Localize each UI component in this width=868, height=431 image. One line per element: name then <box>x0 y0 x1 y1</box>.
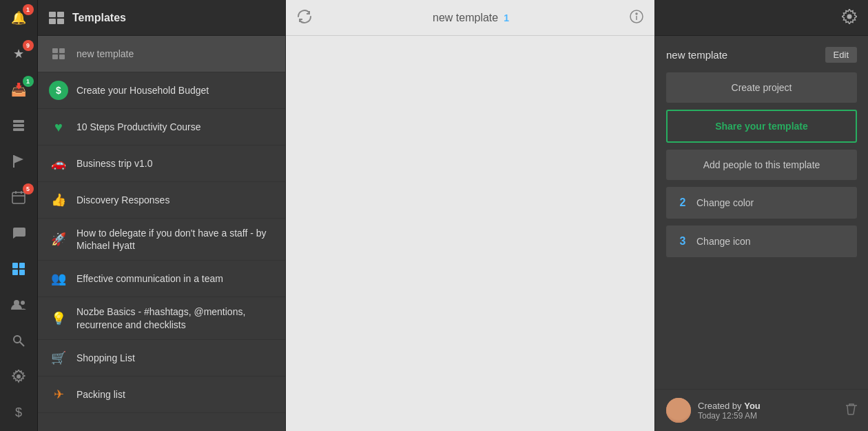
main-body <box>286 36 654 431</box>
svg-rect-1 <box>13 124 24 127</box>
change-icon-label: Change icon <box>696 236 751 247</box>
svg-rect-2 <box>13 128 24 131</box>
list-item[interactable]: ♥ 10 Steps Productivity Course <box>38 109 285 146</box>
template-item-icon: ♥ <box>49 117 68 137</box>
template-item-name: Create your Household Budget <box>76 84 209 97</box>
layers-icon[interactable] <box>0 108 38 143</box>
avatar-face <box>666 398 691 423</box>
main-title-area: new template 1 <box>433 12 509 24</box>
sync-icon[interactable] <box>297 10 312 26</box>
search-icon[interactable] <box>0 323 38 359</box>
created-by-label: Created by You <box>698 401 846 411</box>
main-page-title: new template <box>433 12 498 24</box>
svg-rect-11 <box>19 270 25 275</box>
svg-rect-24 <box>59 54 65 59</box>
svg-rect-20 <box>57 19 64 24</box>
billing-icon[interactable]: $ <box>0 394 38 430</box>
template-item-icon: 👍 <box>49 190 68 210</box>
chat-icon[interactable] <box>0 215 38 251</box>
notification-icon[interactable]: 🔔 1 <box>0 0 38 36</box>
template-item-name: new template <box>76 48 134 60</box>
template-item-icon: ✈ <box>49 385 68 404</box>
svg-point-16 <box>17 374 21 379</box>
created-by-row: Created by You Today 12:59 AM <box>655 389 868 431</box>
svg-rect-10 <box>12 270 18 275</box>
template-item-icon: 👥 <box>49 269 68 288</box>
template-item-name: Effective communication in a team <box>76 272 223 285</box>
list-item[interactable]: 🚗 Business trip v1.0 <box>38 146 285 182</box>
svg-rect-4 <box>12 192 25 203</box>
change-icon-number: 3 <box>677 235 688 248</box>
right-panel-content: new template Edit Create project Share y… <box>655 36 868 389</box>
flag-icon[interactable] <box>0 143 38 179</box>
svg-point-14 <box>14 336 21 343</box>
team-icon[interactable] <box>0 287 38 323</box>
info-icon[interactable] <box>630 10 643 26</box>
template-item-icon: 🛒 <box>49 348 68 368</box>
template-item-name: Packing list <box>76 388 125 401</box>
list-item[interactable]: 👍 Discovery Responses <box>38 182 285 219</box>
templates-sidebar: Templates new template $ Create your Hou… <box>38 0 286 431</box>
svg-rect-22 <box>59 48 65 53</box>
trash-icon[interactable] <box>846 403 857 418</box>
avatar <box>666 398 691 423</box>
svg-point-13 <box>21 301 25 305</box>
right-panel-header <box>655 0 868 36</box>
created-by-name: You <box>744 401 761 411</box>
notification-badge: 1 <box>23 4 34 15</box>
template-item-name: 10 Steps Productivity Course <box>76 121 201 133</box>
list-item[interactable]: 💡 Nozbe Basics - #hashtags, @mentions, r… <box>38 297 285 339</box>
svg-point-27 <box>636 13 637 14</box>
main-content: new template 1 <box>286 0 654 431</box>
gear-icon[interactable] <box>842 9 857 27</box>
list-item[interactable]: ✈ Packing list <box>38 377 285 413</box>
list-item[interactable]: 🛒 Shopping List <box>38 340 285 377</box>
template-name-text: new template <box>666 49 727 61</box>
svg-rect-18 <box>57 12 64 17</box>
star-icon[interactable]: ★ 9 <box>0 36 38 72</box>
add-people-button[interactable]: Add people to this template <box>666 150 857 180</box>
change-icon-button[interactable]: 3 Change icon <box>666 225 857 257</box>
template-item-name: Shopping List <box>76 352 135 364</box>
created-info: Created by You Today 12:59 AM <box>698 401 846 421</box>
template-item-icon: 🚗 <box>49 154 68 173</box>
list-item[interactable]: 👥 Effective communication in a team <box>38 261 285 297</box>
star-badge: 9 <box>23 40 34 51</box>
template-item-icon: 💡 <box>49 309 68 328</box>
template-list: new template $ Create your Household Bud… <box>38 36 285 431</box>
templates-header-icon <box>49 12 64 24</box>
created-time: Today 12:59 AM <box>698 411 846 421</box>
create-project-button[interactable]: Create project <box>666 72 857 103</box>
inbox-icon[interactable]: 📥 1 <box>0 72 38 108</box>
calendar-badge: 5 <box>23 183 34 194</box>
edit-button[interactable]: Edit <box>825 47 857 63</box>
svg-rect-17 <box>49 12 56 17</box>
change-color-number: 2 <box>677 197 688 209</box>
icon-bar: 🔔 1 ★ 9 📥 1 5 $ <box>0 0 38 431</box>
template-item-icon: $ <box>49 81 68 100</box>
template-item-name: How to delegate if you don't have a staf… <box>76 227 274 252</box>
svg-rect-9 <box>19 263 25 268</box>
template-item-icon: 🚀 <box>49 230 68 249</box>
templates-nav-icon[interactable] <box>0 251 38 287</box>
svg-point-28 <box>847 14 852 19</box>
list-item[interactable]: new template <box>38 36 285 72</box>
main-header: new template 1 <box>286 0 654 36</box>
svg-rect-19 <box>49 19 56 24</box>
change-color-label: Change color <box>696 197 754 208</box>
svg-rect-23 <box>52 54 58 59</box>
right-panel: new template Edit Create project Share y… <box>654 0 868 431</box>
list-item[interactable]: 🚀 How to delegate if you don't have a st… <box>38 219 285 261</box>
svg-rect-21 <box>52 48 58 53</box>
template-name-row: new template Edit <box>666 47 857 63</box>
list-item[interactable]: $ Create your Household Budget <box>38 72 285 109</box>
share-template-button[interactable]: Share your template <box>666 110 857 143</box>
settings-icon[interactable] <box>0 359 38 394</box>
calendar-icon[interactable]: 5 <box>0 179 38 215</box>
template-item-name: Discovery Responses <box>76 194 169 206</box>
sidebar-title: Templates <box>72 12 126 24</box>
inbox-badge: 1 <box>23 76 34 87</box>
svg-rect-0 <box>13 120 24 123</box>
templates-header: Templates <box>38 0 285 36</box>
change-color-button[interactable]: 2 Change color <box>666 187 857 219</box>
